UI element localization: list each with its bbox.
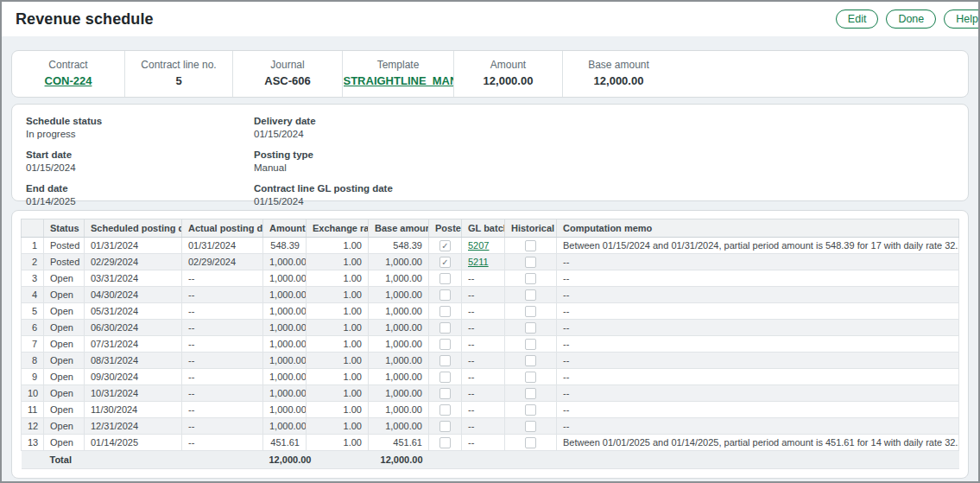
checked-checkbox[interactable]: ✓ [439,240,451,251]
help-button[interactable]: Help [944,10,980,29]
checked-checkbox[interactable]: ✓ [439,257,451,268]
row-number-cell: 12 [22,418,44,435]
column-header[interactable]: Amount [263,219,307,238]
scheduled-date-cell: 11/30/2024 [85,402,182,418]
unchecked-checkbox[interactable] [525,306,536,317]
row-number-cell: 4 [22,287,44,303]
unchecked-checkbox[interactable] [525,421,536,432]
row-number-cell: 3 [22,270,44,287]
template-link[interactable]: STRAIGHTLINE_MANUA [344,74,453,87]
unchecked-checkbox[interactable] [439,355,451,366]
gl-batch-cell: -- [462,320,505,336]
base-amount-cell: 1,000.00 [369,254,429,270]
scheduled-date-cell: 01/14/2025 [85,435,182,451]
exchange-rate-cell: 1.00 [307,418,369,435]
actual-date-cell: -- [182,435,263,451]
gl-batch-cell: 5211 [462,254,505,270]
actual-date-cell: -- [182,418,263,435]
unchecked-checkbox[interactable] [525,289,536,301]
unchecked-checkbox[interactable] [439,404,451,416]
row-number-cell: 10 [22,385,44,402]
gl-batch-cell: -- [462,270,505,287]
historical-cell [505,369,557,385]
column-header[interactable]: Status [44,219,85,238]
gl-batch-link[interactable]: 5211 [468,257,489,267]
unchecked-checkbox[interactable] [439,289,451,301]
column-header[interactable]: Historical [505,219,557,238]
base-amount-cell: 1,000.00 [369,336,429,353]
end-date-value: 01/14/2025 [26,195,254,208]
row-number-cell: 8 [22,353,44,369]
column-header[interactable]: Actual posting date [182,219,263,238]
computation-memo-cell: -- [557,254,959,270]
historical-cell [505,270,557,287]
base-amount-cell: 1,000.00 [369,418,429,435]
page-title: Revenue schedule [16,10,154,29]
actual-date-cell: 02/29/2024 [182,254,263,270]
posted-cell: ✓ [429,238,462,254]
computation-memo-cell: Between 01/15/2024 and 01/31/2024, parti… [557,238,959,254]
exchange-rate-cell: 1.00 [307,320,369,336]
unchecked-checkbox[interactable] [439,306,451,317]
field-contract-line-gl-posting-date: Contract line GL posting date 01/15/2024 [254,182,968,208]
unchecked-checkbox[interactable] [525,388,536,399]
contract-link[interactable]: CON-224 [45,74,92,87]
column-header[interactable]: Computation memo [557,219,959,238]
posted-cell [429,336,462,353]
posted-cell [429,287,462,303]
unchecked-checkbox[interactable] [439,372,451,383]
base-amount-cell: 1,000.00 [369,385,429,402]
unchecked-checkbox[interactable] [439,388,451,399]
unchecked-checkbox[interactable] [439,273,451,284]
unchecked-checkbox[interactable] [439,437,451,448]
table-row: 2Posted02/29/202402/29/20241,000.001.001… [22,254,959,270]
gl-batch-cell: -- [462,418,505,435]
scheduled-date-cell: 05/31/2024 [85,303,182,320]
scheduled-date-cell: 06/30/2024 [85,320,182,336]
column-header[interactable]: Exchange rate [307,219,369,238]
posted-cell [429,418,462,435]
status-cell: Posted [44,238,85,254]
unchecked-checkbox[interactable] [525,355,536,366]
gl-batch-link[interactable]: 5207 [468,240,489,251]
schedule-status-value: In progress [26,128,254,141]
unchecked-checkbox[interactable] [525,257,536,268]
unchecked-checkbox[interactable] [525,404,536,416]
column-header[interactable]: GL batch [462,219,505,238]
amount-cell: 1,000.00 [263,353,307,369]
row-number-cell: 11 [22,402,44,418]
column-header[interactable] [22,219,44,238]
unchecked-checkbox[interactable] [439,339,451,350]
summary-field-base-amount: Base amount 12,000.00 [562,51,674,97]
column-header[interactable]: Posted [429,219,462,238]
summary-strip: Contract CON-224 Contract line no. 5 Jou… [11,50,969,98]
column-header[interactable]: Base amount [369,219,429,238]
scheduled-date-cell: 12/31/2024 [85,418,182,435]
column-header[interactable]: Scheduled posting date [85,219,182,238]
unchecked-checkbox[interactable] [525,339,536,350]
actual-date-cell: -- [182,320,263,336]
edit-button[interactable]: Edit [836,10,879,29]
unchecked-checkbox[interactable] [439,322,451,334]
unchecked-checkbox[interactable] [525,273,536,284]
exchange-rate-cell: 1.00 [307,385,369,402]
table-row: 9Open09/30/2024--1,000.001.001,000.00---… [22,369,959,385]
gl-batch-cell: -- [462,353,505,369]
base-amount-cell: 451.61 [369,435,429,451]
table-row: 4Open04/30/2024--1,000.001.001,000.00---… [22,287,959,303]
actual-date-cell: 01/31/2024 [182,238,263,254]
unchecked-checkbox[interactable] [525,372,536,383]
actual-date-cell: -- [182,402,263,418]
unchecked-checkbox[interactable] [439,421,451,432]
posting-type-label: Posting type [254,149,968,162]
unchecked-checkbox[interactable] [525,322,536,334]
delivery-date-label: Delivery date [254,115,968,128]
unchecked-checkbox[interactable] [525,437,536,448]
unchecked-checkbox[interactable] [525,240,536,251]
total-row: Total 12,000.00 12,000.00 [22,451,959,469]
posted-cell [429,435,462,451]
actual-date-cell: -- [182,336,263,353]
status-cell: Open [44,435,85,451]
status-cell: Open [44,287,85,303]
done-button[interactable]: Done [886,10,936,29]
